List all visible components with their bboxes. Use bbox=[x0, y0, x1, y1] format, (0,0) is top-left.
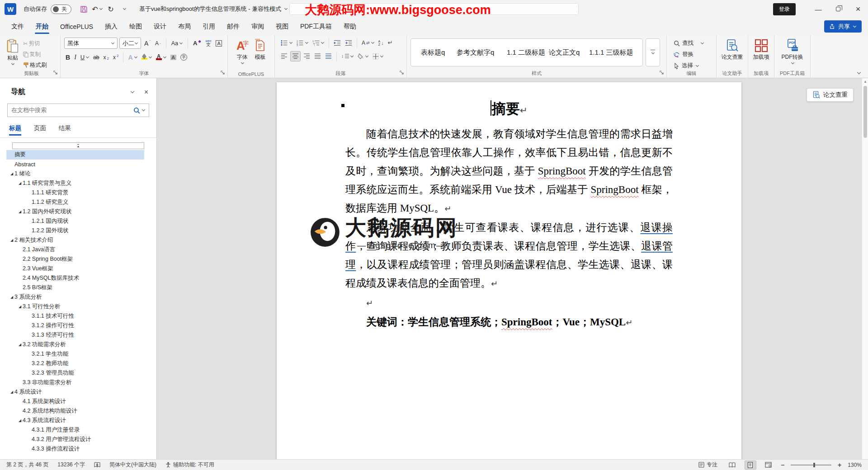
enclose-character-button[interactable]: 字 bbox=[179, 52, 189, 62]
tab-引用[interactable]: 引用 bbox=[197, 18, 221, 35]
align-right-button[interactable] bbox=[302, 51, 311, 61]
style-item[interactable]: 1.1 二级标题 bbox=[507, 48, 545, 57]
nav-outline-item[interactable]: 3.3 非功能需求分析 bbox=[6, 378, 144, 387]
officeplus-template-button[interactable]: 模板 bbox=[254, 38, 267, 68]
nav-outline-item[interactable]: 4.3.3 操作流程设计 bbox=[6, 444, 144, 454]
align-left-button[interactable] bbox=[279, 51, 289, 61]
tab-布局[interactable]: 布局 bbox=[172, 18, 197, 35]
tab-绘图[interactable]: 绘图 bbox=[123, 18, 148, 35]
tab-插入[interactable]: 插入 bbox=[99, 18, 123, 35]
minimize-button[interactable]: — bbox=[808, 0, 828, 18]
font-color-button[interactable]: A bbox=[155, 52, 168, 62]
redo-button[interactable]: ↻ bbox=[104, 2, 118, 16]
nav-outline-item[interactable]: 2.2 Spring Boot框架 bbox=[6, 254, 144, 264]
print-layout-button[interactable] bbox=[745, 461, 756, 470]
borders-button[interactable] bbox=[371, 51, 385, 61]
tab-OfficePLUS[interactable]: OfficePLUS bbox=[54, 18, 99, 35]
subscript-button[interactable]: x2 bbox=[102, 52, 110, 62]
nav-tab-标题[interactable]: 标题 bbox=[9, 124, 21, 136]
replace-button[interactable]: bc 替换 bbox=[672, 49, 716, 60]
expand-triangle-icon[interactable]: ◢ bbox=[17, 210, 23, 214]
expand-triangle-icon[interactable]: ◢ bbox=[17, 305, 23, 309]
styles-gallery-more-button[interactable] bbox=[646, 38, 660, 66]
close-icon[interactable]: × bbox=[144, 88, 148, 96]
nav-outline-item[interactable]: ◢2 相关技术介绍 bbox=[6, 235, 144, 245]
word-count[interactable]: 13236 个字 bbox=[57, 461, 85, 469]
bold-button[interactable]: B bbox=[64, 52, 71, 62]
autosave-control[interactable]: 自动保存 关 bbox=[24, 5, 71, 14]
quick-access-more-button[interactable] bbox=[118, 2, 131, 16]
shrink-font-button[interactable]: Aˇ bbox=[154, 38, 162, 48]
nav-outline-item[interactable]: 1.1.1 研究背景 bbox=[6, 188, 144, 197]
tab-PDF工具箱[interactable]: PDF工具箱 bbox=[294, 18, 338, 35]
nav-tab-结果[interactable]: 结果 bbox=[59, 124, 71, 136]
strikethrough-button[interactable]: ab bbox=[92, 52, 100, 62]
nav-outline-item[interactable]: 3.2.1 学生功能 bbox=[6, 349, 144, 359]
nav-outline-item[interactable]: 3.1.2 操作可行性 bbox=[6, 321, 144, 330]
accessibility-status[interactable]: 辅助功能: 不可用 bbox=[165, 461, 214, 469]
zoom-slider-thumb[interactable] bbox=[813, 463, 815, 467]
document-area[interactable]: 摘要↵ 随着信息技术的快速发展，教育领域对学生信息管理的需求日益增长。传统学生信… bbox=[157, 78, 868, 459]
read-mode-button[interactable] bbox=[726, 461, 738, 470]
font-size-select[interactable]: 小二 bbox=[119, 38, 141, 49]
nav-outline-item[interactable]: 4.3.1 用户注册登录 bbox=[6, 425, 144, 435]
nav-outline-item[interactable]: 3.2.3 管理员功能 bbox=[6, 368, 144, 378]
nav-outline-item[interactable]: ◢4.3 系统流程设计 bbox=[6, 416, 144, 425]
nav-outline-item[interactable]: Abstract bbox=[6, 160, 144, 169]
web-layout-button[interactable] bbox=[763, 461, 774, 470]
font-name-select[interactable]: 黑体 bbox=[64, 38, 118, 49]
nav-outline-item[interactable]: 1.1.2 研究意义 bbox=[6, 197, 144, 207]
styles-dialog-launcher[interactable] bbox=[660, 70, 665, 75]
font-dialog-launcher[interactable] bbox=[221, 70, 226, 75]
line-spacing-button[interactable]: ↕ bbox=[340, 51, 355, 61]
focus-mode-button[interactable]: 专注 bbox=[698, 461, 717, 469]
justify-button[interactable] bbox=[313, 51, 322, 61]
nav-outline-item[interactable]: 3.1.3 经济可行性 bbox=[6, 330, 144, 340]
paragraph[interactable]: 随着信息技术的快速发展，教育领域对学生信息管理的需求日益增长。传统学生信息管理依… bbox=[345, 125, 673, 218]
paste-button[interactable]: 粘贴 bbox=[6, 38, 19, 68]
underline-button[interactable]: U bbox=[79, 52, 90, 62]
paragraph-dialog-launcher[interactable] bbox=[400, 70, 405, 75]
copy-button[interactable]: 复制 bbox=[22, 49, 48, 60]
nav-tab-页面[interactable]: 页面 bbox=[34, 124, 46, 136]
proofing-status-button[interactable] bbox=[94, 462, 100, 468]
addins-button[interactable]: 加载项 bbox=[752, 38, 771, 68]
nav-outline-item[interactable]: 4.2 系统结构功能设计 bbox=[6, 406, 144, 416]
sort-button[interactable]: AZ↓ bbox=[377, 38, 385, 48]
thesis-check-button[interactable]: 论文查重 bbox=[722, 38, 743, 68]
tab-文件[interactable]: 文件 bbox=[5, 18, 30, 35]
undo-button[interactable]: ↶ bbox=[90, 2, 104, 16]
expand-triangle-icon[interactable]: ◢ bbox=[9, 295, 14, 299]
find-button[interactable]: 查找 bbox=[672, 38, 716, 48]
nav-outline-item[interactable]: 1.2.1 国内现状 bbox=[6, 216, 144, 226]
decrease-indent-button[interactable] bbox=[332, 38, 342, 48]
cut-button[interactable]: ✂剪切 bbox=[22, 38, 48, 49]
scrollbar-thumb[interactable] bbox=[863, 86, 867, 138]
expand-triangle-icon[interactable]: ◢ bbox=[17, 181, 23, 185]
clipboard-dialog-launcher[interactable] bbox=[53, 70, 58, 75]
document-heading[interactable]: 摘要↵ bbox=[345, 99, 673, 118]
pdf-convert-button[interactable]: PDF PDF转换 bbox=[782, 38, 803, 68]
multilevel-list-button[interactable]: 1ai bbox=[311, 38, 326, 48]
collapse-ribbon-button[interactable] bbox=[857, 70, 861, 74]
document-title[interactable]: 基于vue和springboot的学生信息管理系统 - 兼容性模式 bbox=[139, 5, 288, 13]
expand-triangle-icon[interactable]: ◢ bbox=[9, 172, 14, 176]
nav-pane-options-chevron[interactable] bbox=[130, 89, 134, 93]
page-indicator[interactable]: 第 2 页，共 46 页 bbox=[6, 461, 48, 469]
style-item[interactable]: 论文正文q bbox=[549, 48, 585, 57]
shading-button[interactable] bbox=[356, 51, 370, 61]
tab-设计[interactable]: 设计 bbox=[148, 18, 172, 35]
character-shading-button[interactable]: A bbox=[169, 52, 178, 62]
style-item[interactable]: 参考文献字q bbox=[457, 48, 503, 57]
expand-triangle-icon[interactable]: ◢ bbox=[17, 418, 23, 423]
select-button[interactable]: 选择 bbox=[672, 61, 716, 71]
increase-indent-button[interactable] bbox=[344, 38, 354, 48]
share-button[interactable]: 共享 bbox=[824, 20, 862, 33]
expand-triangle-icon[interactable]: ◢ bbox=[17, 343, 23, 347]
save-button[interactable] bbox=[77, 2, 90, 16]
nav-outline-item[interactable]: 2.3 Vue框架 bbox=[6, 264, 144, 273]
highlight-color-button[interactable] bbox=[140, 52, 153, 62]
zoom-level[interactable]: 130% bbox=[848, 462, 862, 468]
text-effects-button[interactable]: A bbox=[127, 52, 138, 62]
zoom-in-button[interactable]: + bbox=[838, 461, 841, 469]
